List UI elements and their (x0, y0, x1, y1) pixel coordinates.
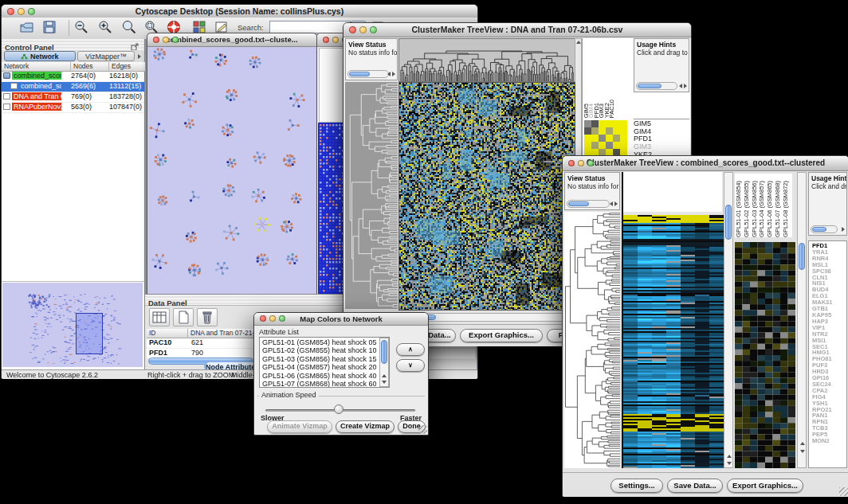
attribute-table-button[interactable] (149, 308, 170, 326)
scroll-down-icon[interactable] (382, 381, 387, 384)
scroll-right-icon[interactable] (392, 72, 395, 76)
treeview1-titlebar[interactable]: ClusterMaker TreeView : DNA and Tran 07-… (344, 23, 691, 37)
row-dendrogram-canvas[interactable] (345, 82, 398, 309)
export-graphics-button[interactable]: Export Graphics... (460, 329, 543, 342)
minimize-button[interactable] (578, 160, 584, 166)
row-label[interactable]: MSL1 (812, 262, 846, 268)
resize-grip[interactable] (839, 487, 848, 496)
zoom-button[interactable] (28, 8, 35, 15)
column-header-network[interactable]: Network (2, 62, 71, 72)
resize-grip[interactable] (418, 425, 427, 434)
row-label[interactable]: GIM3 (634, 143, 689, 151)
column-dendrogram-canvas[interactable] (398, 38, 575, 82)
network-table-row[interactable]: DNA and Tran 07 769(0) 183728(0) (2, 92, 144, 103)
row-label[interactable]: ELG1 (812, 293, 846, 299)
attribute-list-item[interactable]: GPL51-03 (GSM856) heat shock 15 min (261, 355, 379, 363)
scroll-right-icon[interactable] (614, 201, 618, 206)
move-down-button[interactable]: ∨ (396, 359, 425, 372)
row-label[interactable]: GPI16 (812, 375, 846, 381)
scrollbar-thumb[interactable] (799, 243, 805, 270)
scroll-up-icon[interactable] (800, 442, 805, 445)
column-header-edges[interactable]: Edges (109, 62, 145, 72)
row-label[interactable]: RPO21 (812, 407, 846, 413)
new-attribute-button[interactable] (173, 308, 194, 326)
zoom-out-button[interactable] (73, 19, 91, 36)
row-label[interactable]: YSH1 (812, 400, 846, 407)
minimize-button[interactable] (163, 37, 169, 43)
close-button[interactable] (153, 37, 159, 43)
column-label[interactable]: GPL51-08 (GSM872) (782, 181, 790, 237)
column-label[interactable]: GPL51-03 (GSM856) (751, 181, 759, 237)
column-label[interactable]: PAC10 (610, 100, 614, 118)
tab-network[interactable]: Network (4, 51, 76, 61)
dialog-titlebar[interactable]: Map Colors to Network (254, 313, 428, 326)
row-label[interactable]: HAP3 (812, 318, 846, 325)
usage-hints-scrollbar[interactable] (811, 225, 838, 233)
scroll-left-icon[interactable] (387, 72, 391, 76)
zoom-heatmap-canvas[interactable] (735, 242, 795, 468)
row-dendrogram-canvas[interactable] (564, 212, 620, 468)
network-table-row[interactable]: combined_sco 2569(6) 13112(15) (2, 82, 144, 92)
open-file-button[interactable] (19, 19, 37, 36)
attribute-listbox[interactable]: GPL51-01 (GSM854) heat shock 05 minGPL51… (259, 337, 390, 388)
column-label[interactable]: GPL51-04 (GSM857) (758, 181, 766, 237)
view-status-scrollbar[interactable] (347, 70, 389, 78)
row-label[interactable]: MON2 (812, 438, 846, 444)
row-label[interactable]: PFD1 (634, 135, 689, 143)
row-label[interactable]: VIP1 (812, 325, 846, 331)
row-label[interactable]: SEC1 (812, 344, 846, 350)
row-label[interactable]: PEP5 (812, 432, 846, 438)
scroll-up-icon[interactable] (727, 455, 732, 458)
delete-attribute-button[interactable] (197, 308, 218, 326)
scroll-right-icon[interactable] (684, 84, 687, 88)
scrollbar-thumb[interactable] (638, 84, 662, 88)
column-label[interactable]: GPL51-07 (GSM868) (774, 181, 782, 237)
scrollbar-thumb[interactable] (725, 205, 732, 240)
scroll-down-icon[interactable] (727, 462, 732, 465)
main-titlebar[interactable]: Cytoscape Desktop (Session Name: collins… (2, 5, 477, 18)
row-label[interactable]: FIG4 (812, 394, 846, 400)
zoom-button[interactable] (370, 26, 377, 33)
attribute-list-item[interactable]: GPL51-01 (GSM854) heat shock 05 min (261, 338, 379, 346)
row-label[interactable]: KAP95 (812, 312, 846, 318)
network-table-row[interactable]: combined_scores 2764(0) 16218(0) (2, 72, 144, 82)
search-input[interactable] (269, 21, 351, 33)
row-label[interactable]: GIM5 (634, 120, 689, 128)
attribute-list-item[interactable]: GPL51-02 (GSM855) heat shock 10 min (261, 346, 379, 354)
scrollbar-thumb[interactable] (381, 340, 387, 364)
move-up-button[interactable]: ∧ (396, 343, 425, 356)
scroll-left-icon[interactable] (610, 201, 613, 206)
row-label[interactable]: MAK31 (812, 299, 846, 306)
minimize-button[interactable] (359, 26, 367, 33)
row-label[interactable]: MSI1 (812, 338, 846, 344)
attribute-list-item[interactable]: GPL51-07 (GSM868) heat shock 60 min (261, 380, 379, 388)
row-label[interactable]: RNR4 (812, 256, 846, 262)
scrollbar-thumb[interactable] (349, 72, 370, 76)
global-vertical-scrollbar[interactable] (724, 172, 733, 468)
animate-vizmap-button[interactable]: Animate Vizmap (267, 420, 332, 433)
row-label[interactable]: TCB3 (812, 425, 846, 432)
usage-hints-scrollbar[interactable] (636, 82, 677, 90)
scroll-down-icon[interactable] (800, 450, 805, 453)
attribute-list-item[interactable]: GPL51-04 (GSM857) heat shock 20 min (261, 363, 379, 371)
minimize-button[interactable] (18, 8, 25, 15)
column-label[interactable]: GPL51-01 (GSM854) (735, 181, 743, 237)
row-label[interactable]: RPN1 (812, 419, 846, 425)
scrollbar-thumb[interactable] (812, 227, 826, 232)
birdseye-view-canvas[interactable] (2, 283, 143, 367)
row-label[interactable]: PHO81 (812, 356, 846, 362)
close-button[interactable] (260, 315, 266, 322)
close-button[interactable] (568, 160, 575, 166)
global-heatmap-canvas[interactable] (622, 212, 724, 468)
scroll-left-icon[interactable] (679, 84, 682, 88)
settings-button[interactable]: Settings... (610, 479, 663, 493)
save-data-button[interactable]: Save Data... (667, 479, 723, 493)
row-label[interactable]: SPC98 (812, 268, 846, 275)
row-label[interactable]: GTB1 (812, 306, 846, 312)
scrollbar-thumb[interactable] (568, 201, 589, 206)
row-label[interactable]: PFD1 (812, 243, 846, 249)
zoom-button[interactable] (587, 160, 594, 166)
row-label[interactable]: BUD4 (812, 287, 846, 293)
row-label[interactable]: PUF3 (812, 362, 846, 369)
network-table-row[interactable]: RNAPuberNov2+I 563(0) 107847(0) (2, 103, 144, 113)
